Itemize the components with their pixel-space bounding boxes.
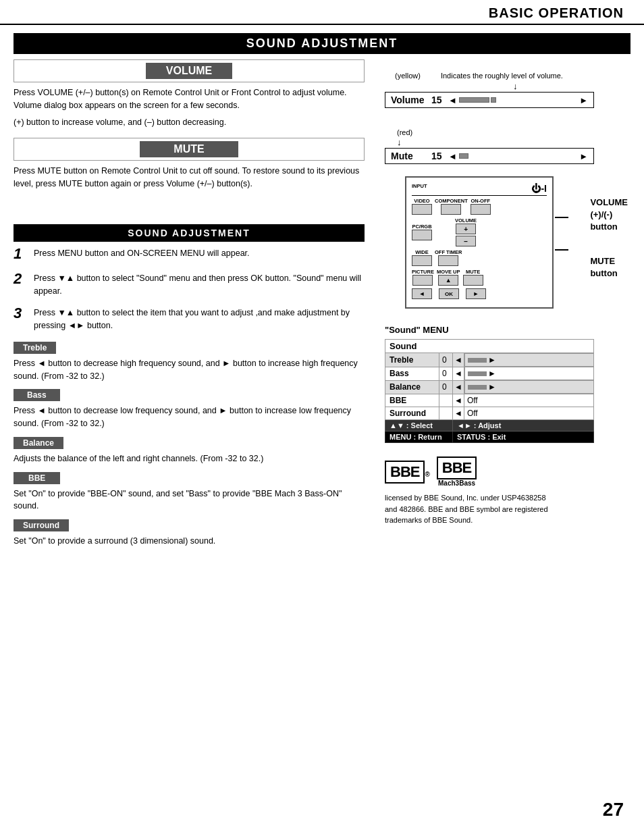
rc-row-3: WIDE OFF TIMER bbox=[412, 249, 547, 266]
rc-left-btn[interactable]: ◄ bbox=[412, 288, 432, 299]
mute-body: Press MUTE button on Remote Control Unit… bbox=[14, 165, 365, 190]
mute-title: MUTE bbox=[140, 141, 238, 157]
bass-col4: ► bbox=[464, 367, 594, 380]
step-3-text: Press ▼▲ button to select the item that … bbox=[34, 307, 365, 332]
down-arrow-mute: ↓ bbox=[385, 137, 628, 147]
bbe-logo-2-group: BBE Mach3Bass bbox=[437, 457, 477, 487]
mute-section: MUTE Press MUTE button on Remote Control… bbox=[14, 138, 365, 190]
rc-onoff-btn[interactable] bbox=[471, 204, 491, 215]
bbe-logo-text-2: BBE bbox=[437, 457, 477, 479]
rc-moveup-btn[interactable]: ▲ bbox=[438, 275, 458, 286]
nav-col2: ◄► : Adjust bbox=[453, 420, 594, 432]
page-header: BASIC OPERATION bbox=[0, 0, 644, 25]
balance-text: Adjusts the balance of the left and righ… bbox=[14, 452, 365, 465]
yellow-label: (yellow) bbox=[395, 72, 421, 80]
balance-col1: Balance bbox=[385, 380, 439, 394]
bbe-text-1: licensed by BBE Sound, Inc. under USP463… bbox=[385, 492, 628, 504]
step-1-number: 1 bbox=[14, 245, 34, 263]
bbe-logos: BBE ® BBE Mach3Bass bbox=[385, 457, 628, 487]
bbe-logo-1: BBE ® bbox=[385, 461, 430, 484]
sound-menu-area: "Sound" MENU Sound Treble 0 ◄ ► bbox=[385, 325, 628, 443]
bbe-col2 bbox=[439, 394, 453, 407]
rc-onoff-label: ON-OFF bbox=[471, 198, 490, 204]
vol-tri-left: ◄ bbox=[448, 95, 457, 105]
rc-pcrgb-label: PC/RGB bbox=[412, 224, 431, 230]
rc-moveup-group: MOVE UP ▲ bbox=[437, 269, 460, 286]
step-3: 3 Press ▼▲ button to select the item tha… bbox=[14, 307, 365, 332]
treble-col1: Treble bbox=[385, 353, 439, 367]
volume-bar-value: 15 bbox=[431, 95, 446, 105]
rc-pcrgb-btn[interactable] bbox=[412, 230, 432, 240]
vol-bracket-line bbox=[555, 217, 568, 218]
rc-vol-minus-btn[interactable]: − bbox=[456, 236, 476, 246]
step-2: 2 Press ▼▲ button to select "Sound" menu… bbox=[14, 272, 365, 298]
rc-wide-btn[interactable] bbox=[412, 255, 432, 266]
rc-offtimer-label: OFF TIMER bbox=[435, 249, 462, 255]
bbe-text-3: trademarks of BBE Sound. bbox=[385, 515, 628, 526]
rc-mute-btn[interactable] bbox=[463, 275, 483, 286]
surround-col4: Off bbox=[464, 407, 593, 420]
rc-ok-btn[interactable]: OK bbox=[439, 288, 459, 299]
rc-offtimer-btn[interactable] bbox=[438, 255, 458, 266]
bbe-reg-1: ® bbox=[425, 471, 429, 478]
mute-tri-right: ► bbox=[579, 151, 588, 161]
volume-bar: Volume 15 ◄ ► bbox=[385, 92, 594, 108]
main-content: VOLUME Press VOLUME (+/–) button(s) on R… bbox=[0, 59, 644, 552]
sound-menu-surround-row: Surround ◄ Off bbox=[385, 407, 594, 420]
vol-mute-side-labels: VOLUME(+)/(-)button MUTEbutton bbox=[590, 197, 628, 280]
rc-picture-group: PICTURE bbox=[412, 269, 434, 286]
rc-row-4: PICTURE MOVE UP ▲ MUTE bbox=[412, 269, 547, 286]
volume-side-label: VOLUME(+)/(-)button bbox=[590, 197, 628, 234]
balance-label: Balance bbox=[14, 437, 63, 449]
rc-row-5: ◄ OK ► bbox=[412, 288, 547, 299]
volume-section: VOLUME Press VOLUME (+/–) button(s) on R… bbox=[14, 59, 365, 128]
rc-wide-label: WIDE bbox=[415, 249, 429, 255]
balance-col2: 0 bbox=[439, 380, 453, 394]
rc-component-btn[interactable] bbox=[441, 204, 461, 215]
bass-label: Bass bbox=[14, 389, 60, 401]
rc-right-btn[interactable]: ► bbox=[466, 288, 486, 299]
bbe-label: BBE bbox=[14, 472, 60, 484]
rc-picture-label: PICTURE bbox=[412, 269, 434, 275]
volume-bar-label: Volume bbox=[391, 95, 431, 105]
right-column: (yellow) Indicates the roughly level of … bbox=[378, 59, 628, 552]
sound-menu-title: "Sound" MENU bbox=[385, 325, 628, 335]
rc-wide-group: WIDE bbox=[412, 249, 432, 266]
volume-display-area: (yellow) Indicates the roughly level of … bbox=[385, 72, 628, 108]
sound-menu-nav-row: ▲▼ : Select ◄► : Adjust bbox=[385, 420, 594, 432]
step-2-number: 2 bbox=[14, 270, 34, 288]
sound-menu-table: Sound Treble 0 ◄ ► Bass bbox=[385, 339, 594, 443]
red-label: (red) bbox=[385, 128, 628, 136]
mute-display-area: (red) ↓ Mute 15 ◄ ► bbox=[385, 128, 628, 164]
nav-bottom-col2: STATUS : Exit bbox=[453, 432, 594, 443]
treble-arr-right: ► bbox=[488, 355, 496, 365]
nav-bottom-col1: MENU : Return bbox=[385, 432, 453, 443]
sound-menu-treble-row: Treble 0 ◄ ► bbox=[385, 353, 594, 367]
sound-menu-row-header: Sound bbox=[385, 340, 594, 353]
sound-adjustment-section: SOUND ADJUSTMENT 1 Press MENU button and… bbox=[14, 224, 365, 548]
bbe-logo-text-1: BBE bbox=[385, 461, 425, 484]
balance-col3: ◄ bbox=[453, 380, 464, 394]
rc-video-btn[interactable] bbox=[412, 204, 432, 215]
bbe-col4: Off bbox=[464, 394, 593, 407]
rc-power-symbol: ⏻-I bbox=[531, 183, 547, 194]
rc-pcrgb-group: PC/RGB bbox=[412, 224, 432, 240]
bass-arr-right: ► bbox=[488, 369, 496, 378]
rc-component-label: COMPONENT bbox=[435, 198, 468, 204]
surround-subsection: Surround Set "On" to provide a surround … bbox=[14, 519, 365, 548]
surround-label: Surround bbox=[14, 519, 69, 531]
surround-col3: ◄ bbox=[453, 407, 464, 420]
mute-bar-filled bbox=[459, 153, 468, 159]
rc-moveup-label: MOVE UP bbox=[437, 269, 460, 275]
step-1-text: Press MENU button and ON-SCREEN MENU wil… bbox=[34, 247, 250, 260]
rc-onoff-group: ON-OFF bbox=[471, 198, 491, 215]
rc-vol-plus-btn[interactable]: + bbox=[456, 224, 476, 234]
mute-bar-value: 15 bbox=[431, 151, 446, 161]
bbe-subsection: BBE Set "On" to provide "BBE-ON" sound, … bbox=[14, 472, 365, 513]
bbe-col3: ◄ bbox=[453, 394, 464, 407]
mute-bar: Mute 15 ◄ ► bbox=[385, 148, 594, 164]
rc-picture-btn[interactable] bbox=[412, 275, 433, 286]
bbe-col1: BBE bbox=[385, 394, 439, 407]
rc-box: INPUT ⏻-I VIDEO COMPONENT ON-OFF bbox=[405, 176, 554, 309]
sound-menu-bottom-row: MENU : Return STATUS : Exit bbox=[385, 432, 594, 443]
